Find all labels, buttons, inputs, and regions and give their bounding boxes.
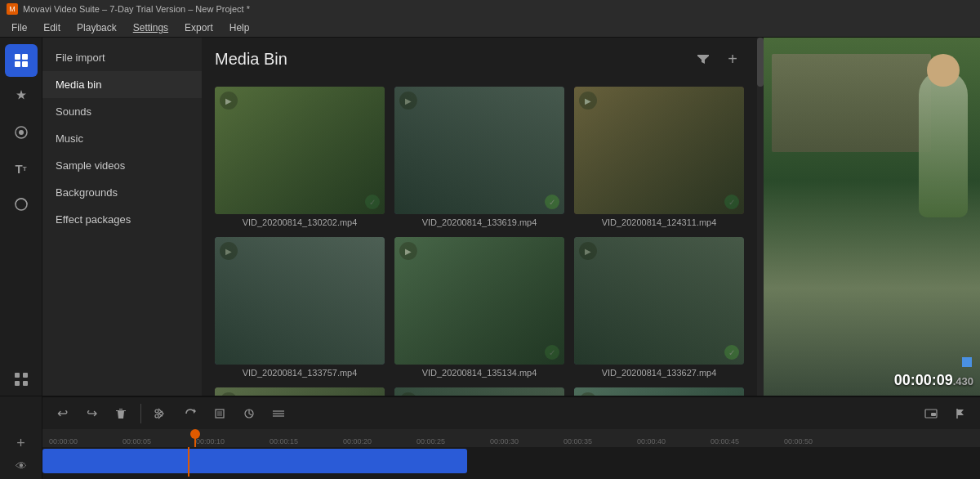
media-item-8[interactable]: ▶ ✓ VID_20200814_134141.mp4	[394, 387, 564, 396]
svg-point-6	[16, 199, 27, 210]
menu-export[interactable]: Export	[176, 20, 221, 35]
preview-area: 00:00:09.430	[764, 38, 980, 396]
content-scrollbar[interactable]	[757, 38, 764, 396]
header-actions: +	[692, 47, 744, 70]
grid-button[interactable]	[5, 363, 38, 396]
svg-rect-7	[15, 373, 20, 378]
color-button[interactable]	[236, 401, 262, 427]
media-filename: VID_20200814_133757.mp4	[215, 368, 385, 378]
svg-rect-14	[217, 411, 222, 416]
timeline-main: ↩ ↪	[42, 396, 980, 479]
timeline-cursor-line	[194, 432, 196, 447]
text-button[interactable]: TT	[5, 152, 38, 185]
window-title: Movavi Video Suite – 7-Day Trial Version…	[23, 4, 250, 14]
media-item-6[interactable]: ▶ ✓ VID_20200814_133627.mp4	[574, 237, 744, 378]
sidebar-item-effect-packages[interactable]: Effect packages	[42, 206, 202, 233]
crop-button[interactable]	[207, 401, 233, 427]
cut-button[interactable]	[148, 401, 174, 427]
scrollbar-thumb[interactable]	[757, 38, 764, 87]
add-track-button[interactable]: +	[9, 433, 33, 453]
svg-rect-9	[15, 381, 20, 386]
filter-button[interactable]	[5, 188, 38, 221]
time-mark-35: 00:00:35	[564, 437, 592, 445]
sidebar-item-backgrounds[interactable]: Backgrounds	[42, 179, 202, 206]
media-thumbnail: ▶ ✓	[574, 87, 744, 214]
svg-point-12	[155, 414, 158, 418]
media-filename: VID_20200814_133619.mp4	[394, 217, 564, 227]
media-filename: VID_20200814_124311.mp4	[574, 217, 744, 227]
media-thumbnail: ▶	[215, 237, 385, 365]
content-header: Media Bin +	[202, 38, 757, 80]
media-thumbnail: ▶ ✓	[574, 387, 744, 396]
time-mark-0: 00:00:00	[49, 437, 78, 445]
media-filename: VID_20200814_133627.mp4	[574, 368, 744, 378]
menu-settings[interactable]: Settings	[125, 20, 176, 35]
svg-rect-20	[931, 413, 936, 416]
app-icon: M	[7, 3, 18, 15]
timeline-left-controls: + 👁	[0, 396, 42, 479]
audio-button[interactable]	[265, 401, 292, 427]
time-mark-45: 00:00:45	[710, 437, 739, 445]
add-media-button[interactable]: +	[721, 47, 744, 70]
sidebar-item-sample-videos[interactable]: Sample videos	[42, 152, 202, 179]
sidebar-item-media-bin[interactable]: Media bin	[42, 71, 202, 98]
sidebar-item-file-import[interactable]: File import	[42, 44, 202, 71]
bottom-toolbar: ↩ ↪	[42, 396, 980, 429]
time-mark-10: 00:00:10	[196, 437, 225, 445]
rotate-button[interactable]	[177, 401, 203, 427]
menu-help[interactable]: Help	[221, 20, 258, 35]
content-title: Media Bin	[215, 50, 692, 69]
time-mark-40: 00:00:40	[637, 437, 666, 445]
track-cursor	[188, 447, 189, 477]
svg-rect-3	[22, 61, 28, 67]
media-item-5[interactable]: ▶ ✓ VID_20200814_135134.mp4	[394, 237, 564, 378]
menu-playback[interactable]: Playback	[69, 20, 125, 35]
media-thumbnail: ▶ ✓	[394, 387, 564, 396]
media-item-7[interactable]: ▶ VID_20200814_124912.mp4	[215, 387, 385, 396]
timeline-content: 00:00:00 00:00:05 00:00:10 00:00:15 00:0…	[42, 429, 980, 479]
eye-button[interactable]: 👁	[9, 456, 33, 476]
media-item-1[interactable]: ▶ ✓ VID_20200814_130202.mp4	[215, 87, 385, 227]
sidebar: File import Media bin Sounds Music Sampl…	[42, 38, 202, 396]
preview-image: 00:00:09.430	[764, 38, 980, 396]
filter-button[interactable]	[692, 47, 715, 70]
time-mark-20: 00:00:20	[343, 437, 372, 445]
media-thumbnail: ▶ ✓	[215, 87, 385, 214]
menu-edit[interactable]: Edit	[35, 20, 69, 35]
undo-button[interactable]: ↩	[49, 401, 75, 427]
svg-rect-2	[15, 61, 20, 67]
media-thumbnail: ▶ ✓	[574, 237, 744, 365]
sidebar-item-music[interactable]: Music	[42, 125, 202, 152]
media-item-2[interactable]: ▶ ✓ VID_20200814_133619.mp4	[394, 87, 564, 227]
app-content: TT File import Media bin Soun	[0, 38, 980, 479]
sidebar-item-sounds[interactable]: Sounds	[42, 98, 202, 125]
timeline-row: + 👁 ↩ ↪	[0, 396, 980, 479]
media-grid: ▶ ✓ VID_20200814_130202.mp4 ▶ ✓ VID_2020…	[202, 80, 757, 396]
media-item-3[interactable]: ▶ ✓ VID_20200814_124311.mp4	[574, 87, 744, 227]
time-mark-30: 00:00:30	[490, 437, 519, 445]
delete-button[interactable]	[108, 401, 134, 427]
left-toolbar: TT	[0, 38, 42, 396]
effects-button[interactable]	[5, 80, 38, 113]
middle-row: TT File import Media bin Soun	[0, 38, 980, 396]
menu-file[interactable]: File	[3, 20, 35, 35]
svg-rect-0	[15, 54, 20, 60]
time-mark-5: 00:00:05	[122, 437, 151, 445]
svg-point-11	[155, 410, 158, 413]
media-thumbnail: ▶ ✓	[394, 237, 564, 365]
media-item-4[interactable]: ▶ VID_20200814_133757.mp4	[215, 237, 385, 378]
pip-button[interactable]	[918, 401, 944, 427]
preview-time: 00:00:09.430	[894, 372, 973, 389]
video-track[interactable]	[42, 449, 467, 473]
svg-rect-8	[23, 373, 28, 378]
svg-point-5	[19, 130, 24, 135]
content-area: Media Bin + ▶ ✓ VID_20200814_130202.mp4	[202, 38, 757, 396]
media-item-9[interactable]: ▶ ✓ VID_20200814_134051.mp4	[574, 387, 744, 396]
svg-rect-10	[23, 381, 28, 386]
media-button[interactable]	[5, 44, 38, 77]
track-area	[42, 447, 980, 477]
redo-button[interactable]: ↪	[78, 401, 105, 427]
overlay-button[interactable]	[5, 116, 38, 149]
playhead-indicator	[962, 357, 972, 367]
flag-button[interactable]	[947, 401, 973, 427]
